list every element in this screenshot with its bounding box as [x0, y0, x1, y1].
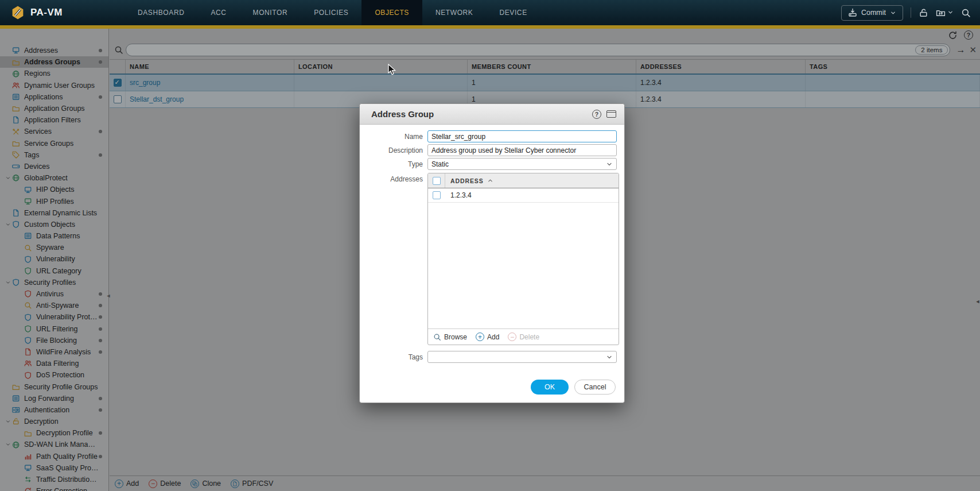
nav-tab-acc[interactable]: ACC: [197, 0, 239, 25]
app-title: PA-VM: [30, 7, 63, 18]
lock-open-icon[interactable]: [919, 8, 928, 18]
addresses-table: ADDRESS 1.2.3.4 Browse: [427, 173, 619, 345]
address-checkbox[interactable]: [433, 191, 441, 199]
nav-tab-network[interactable]: NETWORK: [422, 0, 487, 25]
top-nav: PA-VM DASHBOARD ACC MONITOR POLICIES: [0, 0, 980, 25]
pa-vm-screen: PA-VM DASHBOARD ACC MONITOR POLICIES: [0, 0, 980, 491]
cancel-button[interactable]: Cancel: [574, 380, 616, 395]
chevron-down-icon: [606, 354, 613, 361]
browse-icon: [433, 333, 441, 341]
addresses-table-body: 1.2.3.4: [428, 188, 619, 203]
config-sync-icon[interactable]: [936, 7, 954, 18]
address-value: 1.2.3.4: [445, 191, 472, 199]
nav-tab-device[interactable]: DEVICE: [486, 0, 540, 25]
address-row[interactable]: 1.2.3.4: [428, 188, 619, 203]
nav-right-tools: Commit: [841, 5, 980, 21]
dialog-help-icon[interactable]: ?: [592, 110, 601, 119]
description-label: Description: [360, 146, 423, 154]
sort-ascending-icon: [487, 177, 493, 184]
pa-logo-icon: [10, 5, 25, 20]
ok-button[interactable]: OK: [531, 380, 569, 395]
chevron-down-icon: [947, 7, 954, 18]
chevron-down-icon: [606, 161, 613, 168]
divider: [911, 7, 911, 18]
address-column-header[interactable]: ADDRESS: [445, 177, 493, 184]
global-search-icon[interactable]: [961, 8, 971, 18]
addresses-empty-area: [428, 203, 619, 328]
plus-icon: +: [476, 333, 484, 341]
commit-icon: [848, 8, 857, 17]
nav-tab-objects[interactable]: OBJECTS: [361, 0, 422, 25]
tags-select[interactable]: [427, 351, 617, 363]
select-all-checkbox[interactable]: [433, 177, 441, 185]
nav-tabs: DASHBOARD ACC MONITOR POLICIES OBJECTS: [125, 0, 540, 25]
type-select[interactable]: Static: [427, 158, 617, 170]
commit-button[interactable]: Commit: [841, 5, 903, 21]
addresses-table-header: ADDRESS: [428, 173, 619, 188]
chevron-down-icon: [890, 10, 896, 16]
name-label: Name: [360, 133, 423, 141]
browse-button[interactable]: Browse: [433, 333, 467, 341]
tags-label: Tags: [360, 353, 423, 361]
dialog-title-bar: Address Group ?: [360, 104, 624, 125]
nav-tab-dashboard[interactable]: DASHBOARD: [125, 0, 197, 25]
add-address-button[interactable]: + Add: [476, 333, 499, 341]
nav-tab-monitor[interactable]: MONITOR: [240, 0, 301, 25]
addresses-label: Addresses: [360, 175, 423, 183]
address-group-dialog: Address Group ? Name Description Type St…: [359, 103, 625, 403]
description-field[interactable]: [427, 144, 617, 156]
type-label: Type: [360, 160, 423, 168]
minus-icon: −: [508, 333, 516, 341]
name-field[interactable]: [427, 130, 617, 142]
delete-address-button[interactable]: − Delete: [508, 333, 539, 341]
dialog-title: Address Group: [371, 109, 434, 119]
dialog-window-icon[interactable]: [606, 110, 616, 118]
brand: PA-VM: [0, 5, 100, 20]
addresses-table-footer: Browse + Add − Delete: [428, 328, 619, 345]
nav-tab-policies[interactable]: POLICIES: [301, 0, 361, 25]
